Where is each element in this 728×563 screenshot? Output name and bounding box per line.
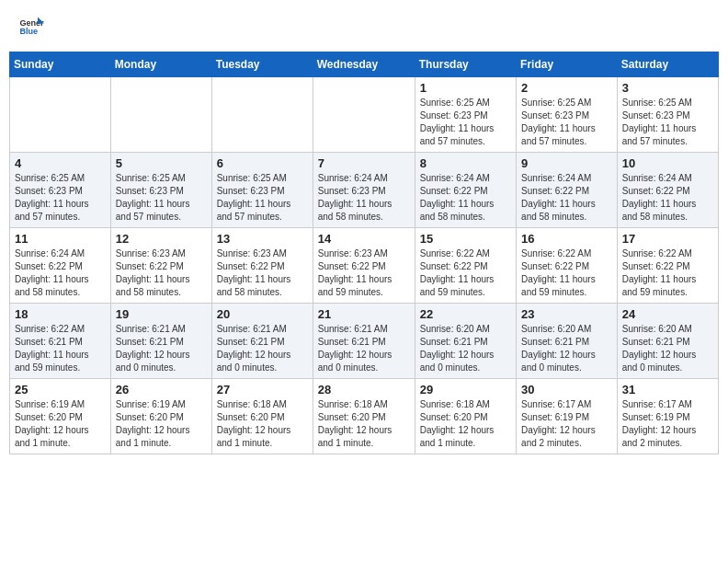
day-number: 28 [318, 383, 410, 396]
logo-icon: General Blue [18, 14, 44, 40]
day-number: 24 [622, 307, 713, 321]
calendar-cell: 8Sunrise: 6:24 AM Sunset: 6:22 PM Daylig… [415, 153, 516, 228]
svg-text:Blue: Blue [19, 27, 38, 36]
day-number: 17 [622, 232, 713, 246]
day-info: Sunrise: 6:23 AM Sunset: 6:22 PM Dayligh… [116, 247, 207, 299]
calendar-cell [211, 77, 313, 153]
day-info: Sunrise: 6:24 AM Sunset: 6:22 PM Dayligh… [622, 172, 713, 224]
day-number: 1 [420, 81, 511, 95]
day-number: 31 [622, 383, 713, 396]
calendar-cell: 4Sunrise: 6:25 AM Sunset: 6:23 PM Daylig… [10, 153, 111, 228]
day-number: 23 [521, 307, 612, 321]
day-info: Sunrise: 6:24 AM Sunset: 6:22 PM Dayligh… [15, 247, 106, 299]
day-number: 22 [420, 307, 511, 321]
day-number: 6 [217, 156, 308, 170]
calendar-cell: 10Sunrise: 6:24 AM Sunset: 6:22 PM Dayli… [617, 153, 718, 228]
day-number: 10 [622, 156, 713, 170]
calendar-table: SundayMondayTuesdayWednesdayThursdayFrid… [9, 52, 719, 454]
calendar-cell: 12Sunrise: 6:23 AM Sunset: 6:22 PM Dayli… [110, 228, 211, 304]
calendar-cell: 14Sunrise: 6:23 AM Sunset: 6:22 PM Dayli… [313, 228, 415, 304]
page-header: General Blue [9, 9, 719, 44]
calendar-cell: 19Sunrise: 6:21 AM Sunset: 6:21 PM Dayli… [110, 304, 211, 379]
day-info: Sunrise: 6:21 AM Sunset: 6:21 PM Dayligh… [318, 323, 410, 374]
calendar-header-friday: Friday [517, 52, 618, 77]
calendar-week-1: 1Sunrise: 6:25 AM Sunset: 6:23 PM Daylig… [10, 77, 719, 153]
day-number: 21 [318, 307, 410, 321]
day-number: 26 [116, 383, 207, 396]
day-number: 8 [420, 156, 511, 170]
calendar-cell [313, 77, 415, 153]
day-number: 29 [420, 383, 511, 396]
day-number: 12 [116, 232, 207, 246]
calendar-week-3: 11Sunrise: 6:24 AM Sunset: 6:22 PM Dayli… [10, 228, 719, 304]
calendar-cell: 5Sunrise: 6:25 AM Sunset: 6:23 PM Daylig… [110, 153, 211, 228]
day-info: Sunrise: 6:25 AM Sunset: 6:23 PM Dayligh… [217, 172, 308, 224]
calendar-header-monday: Monday [110, 52, 211, 77]
day-info: Sunrise: 6:24 AM Sunset: 6:22 PM Dayligh… [420, 172, 511, 224]
day-number: 20 [217, 307, 308, 321]
calendar-cell: 27Sunrise: 6:18 AM Sunset: 6:20 PM Dayli… [211, 379, 313, 454]
calendar-cell: 21Sunrise: 6:21 AM Sunset: 6:21 PM Dayli… [313, 304, 415, 379]
calendar-header-tuesday: Tuesday [211, 52, 313, 77]
day-info: Sunrise: 6:18 AM Sunset: 6:20 PM Dayligh… [318, 398, 410, 450]
calendar-cell: 11Sunrise: 6:24 AM Sunset: 6:22 PM Dayli… [10, 228, 111, 304]
calendar-cell: 16Sunrise: 6:22 AM Sunset: 6:22 PM Dayli… [517, 228, 618, 304]
day-info: Sunrise: 6:18 AM Sunset: 6:20 PM Dayligh… [420, 398, 511, 450]
calendar-cell: 6Sunrise: 6:25 AM Sunset: 6:23 PM Daylig… [211, 153, 313, 228]
day-info: Sunrise: 6:18 AM Sunset: 6:20 PM Dayligh… [217, 398, 308, 450]
day-number: 9 [521, 156, 612, 170]
day-number: 16 [521, 232, 612, 246]
day-number: 2 [521, 81, 612, 95]
day-info: Sunrise: 6:20 AM Sunset: 6:21 PM Dayligh… [521, 323, 612, 374]
calendar-cell: 28Sunrise: 6:18 AM Sunset: 6:20 PM Dayli… [313, 379, 415, 454]
calendar-cell [10, 77, 111, 153]
calendar-header-thursday: Thursday [415, 52, 516, 77]
day-number: 4 [15, 156, 106, 170]
day-info: Sunrise: 6:22 AM Sunset: 6:22 PM Dayligh… [420, 247, 511, 299]
calendar-cell [110, 77, 211, 153]
day-info: Sunrise: 6:24 AM Sunset: 6:22 PM Dayligh… [521, 172, 612, 224]
day-number: 14 [318, 232, 410, 246]
day-number: 30 [521, 383, 612, 396]
day-info: Sunrise: 6:25 AM Sunset: 6:23 PM Dayligh… [15, 172, 106, 224]
calendar-cell: 29Sunrise: 6:18 AM Sunset: 6:20 PM Dayli… [415, 379, 516, 454]
day-info: Sunrise: 6:20 AM Sunset: 6:21 PM Dayligh… [622, 323, 713, 374]
calendar-header-sunday: Sunday [10, 52, 111, 77]
calendar-cell: 31Sunrise: 6:17 AM Sunset: 6:19 PM Dayli… [617, 379, 718, 454]
calendar-cell: 1Sunrise: 6:25 AM Sunset: 6:23 PM Daylig… [415, 77, 516, 153]
calendar-cell: 24Sunrise: 6:20 AM Sunset: 6:21 PM Dayli… [617, 304, 718, 379]
day-info: Sunrise: 6:20 AM Sunset: 6:21 PM Dayligh… [420, 323, 511, 374]
calendar-week-5: 25Sunrise: 6:19 AM Sunset: 6:20 PM Dayli… [10, 379, 719, 454]
day-info: Sunrise: 6:17 AM Sunset: 6:19 PM Dayligh… [622, 398, 713, 450]
day-number: 15 [420, 232, 511, 246]
day-info: Sunrise: 6:22 AM Sunset: 6:22 PM Dayligh… [521, 247, 612, 299]
day-number: 11 [15, 232, 106, 246]
calendar-cell: 23Sunrise: 6:20 AM Sunset: 6:21 PM Dayli… [517, 304, 618, 379]
calendar-cell: 25Sunrise: 6:19 AM Sunset: 6:20 PM Dayli… [10, 379, 111, 454]
day-info: Sunrise: 6:21 AM Sunset: 6:21 PM Dayligh… [217, 323, 308, 374]
calendar-header-wednesday: Wednesday [313, 52, 415, 77]
day-number: 25 [15, 383, 106, 396]
calendar-cell: 7Sunrise: 6:24 AM Sunset: 6:23 PM Daylig… [313, 153, 415, 228]
day-info: Sunrise: 6:19 AM Sunset: 6:20 PM Dayligh… [15, 398, 106, 450]
day-info: Sunrise: 6:23 AM Sunset: 6:22 PM Dayligh… [318, 247, 410, 299]
day-info: Sunrise: 6:25 AM Sunset: 6:23 PM Dayligh… [420, 97, 511, 148]
calendar-header-saturday: Saturday [617, 52, 718, 77]
calendar-header-row: SundayMondayTuesdayWednesdayThursdayFrid… [10, 52, 719, 77]
day-number: 13 [217, 232, 308, 246]
day-number: 19 [116, 307, 207, 321]
calendar-cell: 17Sunrise: 6:22 AM Sunset: 6:22 PM Dayli… [617, 228, 718, 304]
day-info: Sunrise: 6:25 AM Sunset: 6:23 PM Dayligh… [622, 97, 713, 148]
calendar-week-4: 18Sunrise: 6:22 AM Sunset: 6:21 PM Dayli… [10, 304, 719, 379]
day-info: Sunrise: 6:21 AM Sunset: 6:21 PM Dayligh… [116, 323, 207, 374]
calendar-cell: 22Sunrise: 6:20 AM Sunset: 6:21 PM Dayli… [415, 304, 516, 379]
day-number: 7 [318, 156, 410, 170]
day-number: 5 [116, 156, 207, 170]
day-info: Sunrise: 6:25 AM Sunset: 6:23 PM Dayligh… [521, 97, 612, 148]
calendar-cell: 20Sunrise: 6:21 AM Sunset: 6:21 PM Dayli… [211, 304, 313, 379]
day-info: Sunrise: 6:17 AM Sunset: 6:19 PM Dayligh… [521, 398, 612, 450]
calendar-week-2: 4Sunrise: 6:25 AM Sunset: 6:23 PM Daylig… [10, 153, 719, 228]
day-info: Sunrise: 6:22 AM Sunset: 6:21 PM Dayligh… [15, 323, 106, 374]
calendar-cell: 9Sunrise: 6:24 AM Sunset: 6:22 PM Daylig… [517, 153, 618, 228]
calendar-cell: 15Sunrise: 6:22 AM Sunset: 6:22 PM Dayli… [415, 228, 516, 304]
